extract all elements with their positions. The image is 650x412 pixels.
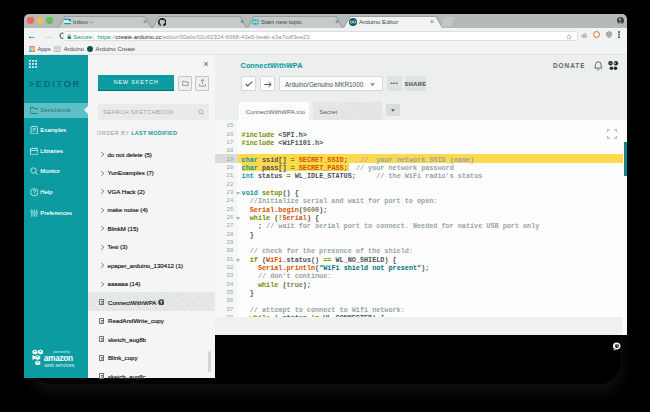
svg-text:?: ? — [32, 189, 35, 195]
